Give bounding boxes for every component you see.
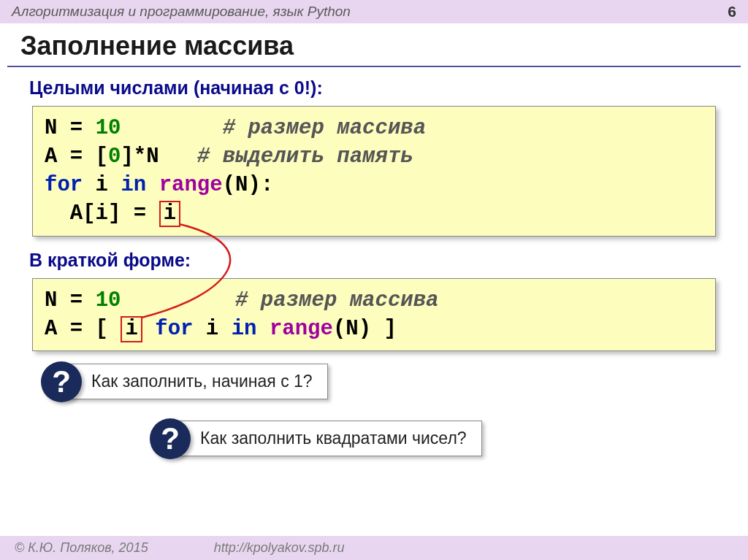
highlighted-i-1: i [159, 201, 180, 227]
slide-footer: © К.Ю. Поляков, 2015 http://kpolyakov.sp… [0, 536, 748, 560]
slide-header: Алгоритмизация и программирование, язык … [0, 0, 748, 23]
header-title: Алгоритмизация и программирование, язык … [12, 4, 351, 20]
copyright: © К.Ю. Поляков, 2015 [15, 540, 148, 556]
question-icon: ? [150, 418, 191, 459]
question-row-2: ? Как заполнить квадратами чисел? [150, 418, 748, 459]
subtitle-integers: Целыми числами (начиная с 0!): [0, 74, 748, 101]
page-number: 6 [728, 3, 736, 20]
subtitle-short-form: В краткой форме: [0, 247, 748, 274]
question-icon: ? [41, 361, 82, 402]
code-block-2: N = 10 # размер массива A = [ i for i in… [32, 278, 716, 351]
question-row-1: ? Как заполнить, начиная с 1? [41, 361, 748, 402]
footer-url: http://kpolyakov.spb.ru [214, 540, 345, 556]
title-rule [7, 66, 741, 67]
highlighted-i-2: i [121, 316, 142, 342]
question-2-text: Как заполнить квадратами чисел? [173, 421, 482, 456]
slide-title: Заполнение массива [0, 23, 748, 66]
code-block-1: N = 10 # размер массива A = [0]*N # выде… [32, 106, 716, 237]
question-1-text: Как заполнить, начиная с 1? [64, 364, 328, 399]
